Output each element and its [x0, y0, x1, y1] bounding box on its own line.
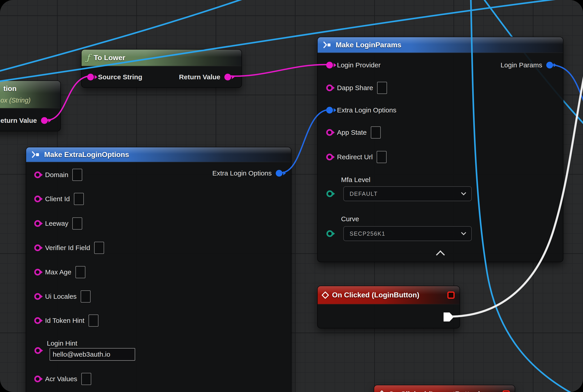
node-title: To Lower [94, 54, 125, 62]
app-state-value-box[interactable] [371, 126, 381, 138]
event-diamond-icon [378, 390, 386, 392]
mfa-level-dropdown[interactable]: DEFAULT [343, 186, 472, 201]
pin-label: Redirect Url [337, 153, 372, 161]
login-hint-pin[interactable] [34, 347, 41, 354]
leeway-value-box[interactable] [72, 218, 82, 230]
return-value-pin[interactable] [41, 117, 48, 124]
verifier-id-field-value-box[interactable] [94, 242, 104, 254]
make-struct-icon [322, 41, 332, 49]
node-to-lower[interactable]: ƒ To Lower Source String Return Value [81, 49, 242, 88]
delegate-box-icon [448, 292, 454, 299]
max-age-pin[interactable] [34, 269, 41, 276]
id-token-hint-pin[interactable] [34, 317, 41, 324]
pin-label: Return Value [179, 73, 220, 81]
node-make-extra-login-options[interactable]: Make ExtraLoginOptions Extra Login Optio… [26, 147, 292, 392]
dapp-share-pin[interactable] [326, 84, 333, 91]
node-text-box-partial[interactable]: tion ox (String) eturn Value [0, 80, 61, 131]
node-header: On Clicked (LogoutButton) [374, 385, 515, 392]
source-string-pin[interactable] [87, 74, 94, 80]
chevron-down-icon [461, 230, 466, 235]
acr-values-value-box[interactable] [81, 373, 91, 385]
extra-login-options-output-pin[interactable] [276, 170, 282, 177]
node-header: Make LoginParams [318, 37, 563, 53]
event-diamond-icon [322, 291, 329, 299]
mfa-level-pin[interactable] [326, 190, 333, 197]
node-subtitle-fragment: ox (String) [0, 97, 31, 104]
collapse-caret-icon[interactable] [436, 250, 445, 259]
redirect-url-value-box[interactable] [377, 151, 386, 163]
node-title: On Clicked (LogoutButton) [388, 390, 481, 392]
node-title: On Clicked (LoginButton) [332, 291, 420, 299]
curve-dropdown[interactable]: SECP256K1 [343, 226, 472, 241]
curve-label: Curve [341, 215, 359, 223]
domain-pin[interactable] [34, 172, 41, 178]
blueprint-canvas[interactable]: tion ox (String) eturn Value ƒ To Lower … [0, 0, 583, 392]
leeway-pin[interactable] [34, 220, 41, 227]
pin-label: Id Token Hint [45, 317, 84, 324]
node-header: ƒ To Lower [82, 50, 242, 66]
pin-label: Login Params [500, 61, 542, 69]
pin-label: Login Provider [337, 61, 380, 69]
pin-label: Leeway [45, 220, 68, 227]
login-hint-input[interactable] [50, 348, 135, 361]
client-id-pin[interactable] [34, 196, 41, 202]
return-value-pin[interactable] [224, 74, 231, 80]
curve-value: SECP256K1 [350, 230, 385, 237]
login-provider-pin[interactable] [326, 62, 333, 68]
dapp-share-value-box[interactable] [377, 82, 387, 94]
node-title-fragment: tion [4, 84, 17, 93]
pin-label: Dapp Share [337, 84, 373, 92]
make-struct-icon [31, 151, 40, 158]
pin-label: App State [337, 129, 367, 136]
mfa-level-label: Mfa Level [341, 176, 370, 184]
node-title: Make LoginParams [336, 41, 402, 49]
redirect-url-pin[interactable] [326, 154, 333, 160]
login-hint-label: Login Hint [47, 340, 77, 347]
node-make-login-params[interactable]: Make LoginParams Login Provider Login Pa… [317, 37, 564, 262]
node-title: Make ExtraLoginOptions [44, 150, 129, 159]
pin-label: Max Age [45, 268, 72, 276]
verifier-id-field-pin[interactable] [34, 244, 41, 251]
chevron-down-icon [461, 190, 466, 195]
delegate-box-icon [502, 390, 510, 392]
curve-pin[interactable] [326, 230, 333, 237]
mfa-level-value: DEFAULT [350, 190, 378, 197]
max-age-value-box[interactable] [76, 266, 86, 278]
pin-label: Ui Locales [45, 293, 76, 300]
domain-value-box[interactable] [72, 169, 82, 181]
pin-label: Acr Values [45, 375, 77, 383]
acr-values-pin[interactable] [34, 376, 41, 382]
pin-label: Domain [45, 171, 68, 179]
pin-label: Source String [98, 73, 142, 81]
extra-login-options-input-pin[interactable] [326, 107, 333, 114]
client-id-value-box[interactable] [74, 193, 84, 205]
app-state-pin[interactable] [326, 129, 333, 136]
pin-label: eturn Value [0, 117, 37, 124]
login-params-output-pin[interactable] [546, 62, 553, 68]
id-token-hint-value-box[interactable] [88, 314, 98, 327]
node-header: Make ExtraLoginOptions [26, 147, 291, 162]
pin-label: Extra Login Options [212, 170, 272, 177]
pin-label: Extra Login Options [337, 106, 396, 114]
exec-output-pin[interactable] [444, 312, 454, 322]
pin-label: Client Id [45, 195, 70, 203]
ui-locales-value-box[interactable] [81, 290, 90, 302]
ui-locales-pin[interactable] [34, 293, 41, 300]
node-on-clicked-login-button[interactable]: On Clicked (LoginButton) [317, 286, 460, 328]
node-on-clicked-logout-button[interactable]: On Clicked (LogoutButton) [374, 385, 515, 392]
function-icon: ƒ [86, 54, 90, 62]
node-header: On Clicked (LoginButton) [318, 286, 460, 304]
pin-label: Verifier Id Field [45, 244, 90, 252]
